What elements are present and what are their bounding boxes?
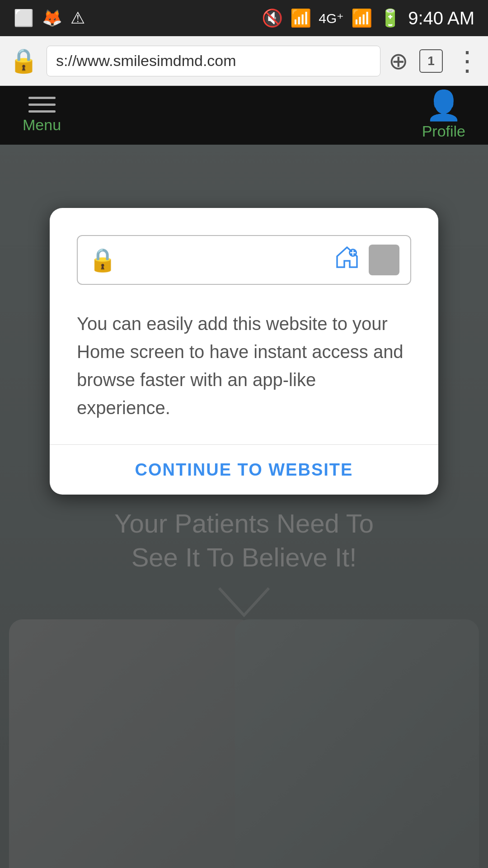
hamburger-line-3 — [28, 110, 56, 113]
modal-body: 🔒 You can easily add this website to you… — [50, 208, 438, 444]
nav-bar: Menu 👤 Profile — [0, 86, 488, 145]
browser-actions: ⊕ 1 ⋮ — [389, 45, 479, 77]
firefox-icon: 🦊 — [42, 9, 62, 28]
modal-description-text: You can easily add this website to your … — [77, 310, 411, 422]
warning-icon: ⚠ — [70, 9, 85, 28]
status-time: 9:40 AM — [408, 8, 474, 28]
modal-wrapper: 🔒 You can easily add this website to you… — [0, 145, 488, 868]
menu-button[interactable]: Menu — [23, 97, 61, 134]
modal-add-homescreen-icon — [334, 245, 360, 275]
browser-bar: 🔒 s://www.smilesimdmd.com ⊕ 1 ⋮ — [0, 36, 488, 86]
status-bar-left-icons: ⬜ 🦊 ⚠ — [14, 9, 85, 28]
signal-icon: 📶 — [351, 8, 372, 28]
tab-switcher-button[interactable]: 1 — [419, 49, 443, 73]
photo-icon: ⬜ — [14, 9, 34, 28]
hamburger-line-2 — [28, 104, 56, 106]
profile-button[interactable]: 👤 Profile — [422, 91, 465, 140]
profile-label: Profile — [422, 123, 465, 140]
profile-icon: 👤 — [426, 91, 462, 120]
tab-count: 1 — [427, 54, 435, 68]
hamburger-icon — [28, 97, 56, 113]
browser-lock-icon: 🔒 — [9, 47, 38, 75]
mute-icon: 🔇 — [262, 8, 283, 28]
modal-footer: CONTINUE TO WEBSITE — [50, 445, 438, 495]
add-tab-icon[interactable]: ⊕ — [389, 47, 408, 75]
menu-label: Menu — [23, 116, 61, 134]
overflow-menu-icon[interactable]: ⋮ — [454, 45, 479, 77]
status-bar: ⬜ 🦊 ⚠ 🔇 📶 4G⁺ 📶 🔋 9:40 AM — [0, 0, 488, 36]
network-icon: 4G⁺ — [319, 10, 344, 26]
hamburger-line-1 — [28, 97, 56, 99]
modal-tab-placeholder — [369, 245, 399, 275]
battery-icon: 🔋 — [380, 8, 401, 28]
continue-to-website-button[interactable]: CONTINUE TO WEBSITE — [135, 460, 353, 480]
wifi-icon: 📶 — [290, 8, 311, 28]
browser-url-text: s://www.smilesimdmd.com — [56, 52, 236, 70]
add-to-homescreen-modal: 🔒 You can easily add this website to you… — [50, 208, 438, 495]
modal-lock-icon: 🔒 — [89, 247, 117, 273]
status-bar-right-icons: 🔇 📶 4G⁺ 📶 🔋 9:40 AM — [262, 8, 474, 28]
modal-url-preview: 🔒 — [77, 235, 411, 285]
browser-url-bar[interactable]: s://www.smilesimdmd.com — [47, 46, 380, 76]
